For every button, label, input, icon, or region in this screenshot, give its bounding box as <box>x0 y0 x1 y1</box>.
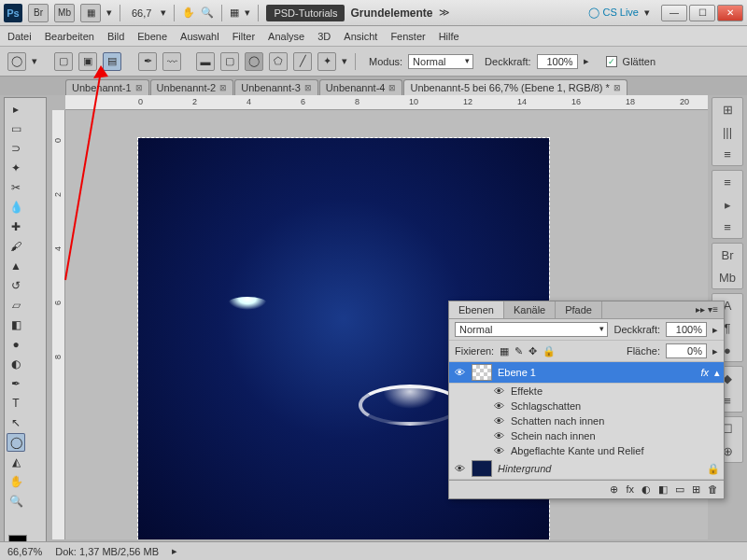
blend-mode-select[interactable]: Normal <box>408 54 473 69</box>
menu-datei[interactable]: Datei <box>7 31 32 42</box>
menu-filter[interactable]: Filter <box>233 31 255 42</box>
eraser-tool[interactable]: ▱ <box>7 296 25 315</box>
minibridge-button[interactable]: Mb <box>54 4 75 22</box>
layer-name[interactable]: Ebene 1 <box>498 367 536 378</box>
type-tool[interactable]: T <box>7 394 25 413</box>
layers-panel[interactable]: Ebenen Kanäle Pfade ▸▸ ▾≡ Normal Deckkra… <box>448 301 725 499</box>
visibility-icon[interactable]: 👁 <box>453 367 466 378</box>
panel-icon[interactable]: ▸ <box>718 196 737 213</box>
lock-position-icon[interactable]: ✥ <box>529 345 537 357</box>
panel-icon[interactable]: Mb <box>718 269 737 286</box>
effect-item[interactable]: 👁Schatten nach innen <box>449 413 724 428</box>
menu-bild[interactable]: Bild <box>107 31 124 42</box>
minimize-button[interactable]: — <box>661 5 687 21</box>
layer-item[interactable]: 👁 Hintergrund 🔒 <box>449 458 724 480</box>
menu-ebene[interactable]: Ebene <box>137 31 167 42</box>
layout-button[interactable]: ▦ <box>80 4 101 22</box>
panel-menu-icon[interactable]: ▸▸ ▾≡ <box>690 301 724 318</box>
zoom-icon[interactable]: 🔍 <box>201 7 214 19</box>
layer-opacity-input[interactable]: 100% <box>666 322 707 337</box>
pen-tool[interactable]: ✒ <box>7 374 25 393</box>
eyedropper-tool[interactable]: 💧 <box>7 198 25 217</box>
lock-transparency-icon[interactable]: ▦ <box>500 345 509 357</box>
layer-blend-select[interactable]: Normal <box>455 322 608 337</box>
visibility-icon[interactable]: 👁 <box>453 463 466 474</box>
new-selection-icon[interactable]: ▢ <box>54 52 73 71</box>
pen-icon[interactable]: ✒ <box>138 52 157 71</box>
layer-action-icon[interactable]: ◧ <box>658 483 668 496</box>
layer-action-icon[interactable]: ◐ <box>641 483 651 496</box>
close-tab-icon[interactable]: ⊠ <box>304 83 312 92</box>
status-zoom[interactable]: 66,67% <box>7 546 42 557</box>
antialias-checkbox[interactable]: ✓ <box>606 56 617 67</box>
document-tab[interactable]: Unbenannt-5 bei 66,7% (Ebene 1, RGB/8) *… <box>403 79 627 95</box>
dodge-tool[interactable]: ◐ <box>7 355 25 373</box>
layer-action-icon[interactable]: fx <box>626 483 634 496</box>
document-tab[interactable]: Unbenannt-3⊠ <box>234 79 318 95</box>
layer-action-icon[interactable]: ⊞ <box>692 483 700 496</box>
panel-icon[interactable]: ≡ <box>718 146 737 162</box>
status-doc[interactable]: Dok: 1,37 MB/2,56 MB <box>55 546 159 557</box>
menu-auswahl[interactable]: Auswahl <box>180 31 219 42</box>
close-tab-icon[interactable]: ⊠ <box>388 83 396 92</box>
subtract-selection-icon[interactable]: ▤ <box>103 52 121 71</box>
add-selection-icon[interactable]: ▣ <box>78 52 97 71</box>
layer-item[interactable]: 👁 Ebene 1 fx ▴ <box>449 362 724 384</box>
document-tab[interactable]: Unbenannt-4⊠ <box>319 79 403 95</box>
tab-channels[interactable]: Kanäle <box>504 301 556 318</box>
hand-tool[interactable]: ✋ <box>7 472 25 491</box>
zoom-tool[interactable]: 🔍 <box>7 492 25 511</box>
shape-tool[interactable]: ◯ <box>7 433 25 452</box>
menu-hilfe[interactable]: Hilfe <box>439 31 459 42</box>
heal-tool[interactable]: ✚ <box>7 217 25 236</box>
marquee-tool[interactable]: ▭ <box>7 119 25 138</box>
wand-tool[interactable]: ✦ <box>7 159 25 177</box>
lock-pixels-icon[interactable]: ✎ <box>514 345 523 357</box>
document-tab[interactable]: Unbenannt-2⊠ <box>150 79 234 95</box>
rotate-icon[interactable]: ▦ <box>230 7 239 19</box>
effects-group[interactable]: 👁Effekte <box>449 384 724 399</box>
layer-thumbnail[interactable] <box>472 460 492 477</box>
polygon-shape-icon[interactable]: ⬠ <box>269 52 288 71</box>
freeform-icon[interactable]: 〰 <box>162 52 181 71</box>
custom-shape-icon[interactable]: ✦ <box>317 52 336 71</box>
hand-icon[interactable]: ✋ <box>182 7 195 19</box>
close-tab-icon[interactable]: ⊠ <box>219 83 227 92</box>
fill-input[interactable]: 0% <box>666 343 707 358</box>
layer-action-icon[interactable]: ⊕ <box>610 483 618 496</box>
lasso-tool[interactable]: ⊃ <box>7 139 25 158</box>
history-brush-tool[interactable]: ↺ <box>7 276 25 295</box>
layer-thumbnail[interactable] <box>472 364 492 381</box>
lock-all-icon[interactable]: 🔒 <box>543 345 556 357</box>
workspace-tag[interactable]: PSD-Tutorials <box>266 5 345 21</box>
blur-tool[interactable]: ● <box>7 335 25 354</box>
ellipse-shape-icon[interactable]: ◯ <box>245 52 263 71</box>
panel-icon[interactable]: ≡ <box>718 218 737 235</box>
effect-item[interactable]: 👁Schein nach innen <box>449 428 724 443</box>
tab-paths[interactable]: Pfade <box>556 301 602 318</box>
ruler-vertical[interactable]: 02468 <box>52 110 65 539</box>
panel-icon[interactable]: Br <box>718 246 737 263</box>
crop-tool[interactable]: ✂ <box>7 178 25 197</box>
cslive-button[interactable]: CS Live <box>588 7 639 19</box>
brush-tool[interactable]: 🖌 <box>7 237 25 256</box>
dropdown-icon[interactable]: ▾ <box>106 7 112 19</box>
close-button[interactable]: ✕ <box>717 5 743 21</box>
close-tab-icon[interactable]: ⊠ <box>613 83 621 92</box>
menu-fenster[interactable]: Fenster <box>390 31 425 42</box>
menu-bearbeiten[interactable]: Bearbeiten <box>45 31 94 42</box>
bridge-button[interactable]: Br <box>28 4 49 22</box>
panel-icon[interactable]: ≡ <box>718 174 737 190</box>
panel-icon[interactable]: ||| <box>718 123 737 140</box>
tool-preset-icon[interactable]: ◯ <box>7 52 26 71</box>
panel-icon[interactable]: ⊞ <box>718 101 737 118</box>
layer-action-icon[interactable]: 🗑 <box>708 483 718 496</box>
workspace-name[interactable]: Grundelemente <box>350 7 432 20</box>
line-shape-icon[interactable]: ╱ <box>293 52 312 71</box>
ruler-horizontal[interactable]: 02468101214161820 <box>65 95 708 110</box>
more-icon[interactable]: ≫ <box>439 7 450 19</box>
menu-3d[interactable]: 3D <box>317 31 331 42</box>
rect-shape-icon[interactable]: ▬ <box>196 52 215 71</box>
gradient-tool[interactable]: ◧ <box>7 315 25 334</box>
roundrect-shape-icon[interactable]: ▢ <box>220 52 239 71</box>
